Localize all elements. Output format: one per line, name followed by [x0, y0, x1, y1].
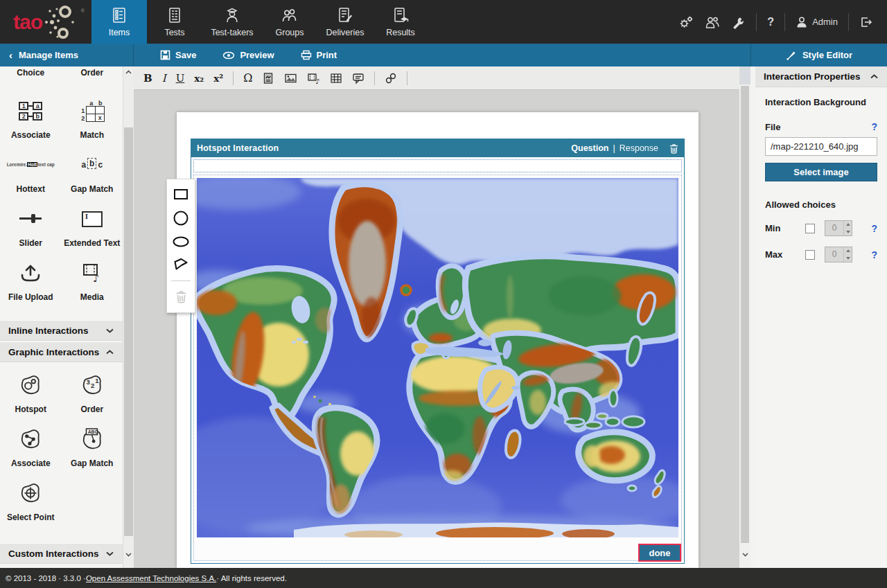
canvas-scrollbar[interactable]	[739, 66, 750, 568]
table-icon[interactable]	[330, 72, 342, 84]
properties-panel: Interaction Properties Interaction Backg…	[755, 66, 887, 568]
min-increment-icon[interactable]	[844, 221, 852, 229]
link-icon[interactable]	[385, 72, 397, 84]
sidebar-item-graphic-associate[interactable]: Associate	[11, 424, 51, 468]
max-decrement-icon[interactable]	[844, 255, 852, 262]
tab-items[interactable]: Items	[91, 0, 147, 44]
tab-deliveries-label: Deliveries	[326, 28, 365, 37]
footer-link[interactable]: Open Assessment Technologies S.A.	[86, 574, 216, 582]
sidebar-item-order[interactable]: Order	[80, 68, 103, 78]
max-increment-icon[interactable]	[844, 247, 852, 255]
preview-eye-icon	[222, 51, 235, 60]
section-custom-interactions[interactable]: Custom Interactions	[0, 543, 123, 564]
style-editor-brush-icon	[786, 50, 796, 60]
user-menu[interactable]: Admin	[796, 16, 838, 28]
min-decrement-icon[interactable]	[844, 229, 852, 236]
sidebar-item-media[interactable]: ♪ Media	[80, 258, 104, 302]
sidebar-item-extended-text[interactable]: I Extended Text	[64, 204, 120, 248]
sidebar-item-gap-match[interactable]: abc Gap Match	[71, 150, 113, 194]
min-choices-row: Min 0 ?	[765, 220, 877, 236]
sidebar-item-label: Gap Match	[71, 184, 113, 194]
media-icon: ♪	[81, 260, 103, 286]
shape-drawing-toolbar	[166, 179, 195, 313]
bold-button[interactable]: B	[143, 72, 152, 84]
done-button[interactable]: done	[638, 544, 681, 562]
draw-ellipse-button[interactable]	[169, 230, 193, 253]
sidebar-item-graphic-hotspot[interactable]: Hotspot	[15, 370, 46, 414]
max-help-icon[interactable]: ?	[871, 249, 877, 260]
glyph: 2	[19, 112, 28, 121]
sidebar-item-match[interactable]: ab 1 2x Match	[79, 96, 105, 140]
italic-button[interactable]: I	[162, 72, 166, 84]
slider-icon	[19, 206, 42, 232]
image-icon[interactable]	[284, 72, 297, 84]
settings-wrench-icon[interactable]	[731, 15, 746, 29]
scroll-down-icon[interactable]	[739, 553, 750, 557]
sidebar-item-file-upload[interactable]: File Upload	[8, 258, 53, 302]
special-character-button[interactable]: Ω	[243, 71, 252, 84]
background-file-input[interactable]	[765, 137, 877, 156]
prompt-area[interactable]	[193, 159, 682, 172]
groups-icon	[281, 6, 299, 24]
file-help-icon[interactable]: ?	[871, 121, 877, 132]
max-checkbox[interactable]	[805, 250, 815, 260]
hotspot-interaction-header: Hotspot Interaction Question | Response	[191, 139, 684, 157]
media-icon[interactable]: ♪	[307, 72, 320, 84]
draw-circle-button[interactable]	[169, 206, 193, 229]
style-editor-button[interactable]: Style Editor	[750, 44, 887, 66]
settings-gears-icon[interactable]	[678, 15, 694, 29]
min-help-icon[interactable]: ?	[871, 223, 877, 234]
save-button[interactable]: Save	[160, 50, 196, 60]
print-button[interactable]: Print	[301, 50, 337, 60]
test-takers-icon	[223, 6, 241, 24]
sidebar-item-choice[interactable]: Choice	[17, 68, 44, 78]
registered-mark: ®	[81, 8, 85, 13]
max-stepper: 0	[825, 247, 852, 262]
sidebar-item-slider[interactable]: Slider	[19, 204, 42, 248]
file-upload-icon	[19, 260, 42, 286]
section-graphic-interactions[interactable]: Graphic Interactions	[0, 341, 123, 362]
sidebar-item-label: Order	[80, 404, 103, 414]
topbar-utility-icons: ? Admin	[678, 0, 887, 44]
min-checkbox[interactable]	[805, 224, 815, 233]
tooltip-icon[interactable]	[352, 72, 365, 84]
tab-results[interactable]: Results	[373, 0, 428, 44]
underline-button[interactable]: U	[176, 72, 185, 84]
delete-shape-button[interactable]	[169, 285, 193, 308]
chevron-up-icon	[106, 350, 114, 355]
scroll-down-icon[interactable]	[123, 553, 134, 557]
shared-stimulus-icon[interactable]	[262, 72, 274, 84]
tab-response[interactable]: Response	[620, 143, 658, 153]
sidebar-item-hottext[interactable]: Loremi re.Hott text cap Hottext	[7, 150, 55, 194]
scroll-up-icon[interactable]	[123, 70, 134, 74]
sidebar-scrollbar-thumb[interactable]	[124, 127, 133, 536]
tab-tests[interactable]: Tests	[147, 0, 202, 44]
select-image-button[interactable]: Select image	[765, 163, 877, 181]
world-map-image[interactable]	[197, 178, 678, 537]
rich-text-toolbar: B I U x₂ x² Ω	[134, 66, 739, 90]
sidebar-item-associate[interactable]: 1a 2b Associate	[11, 96, 51, 140]
draw-rectangle-button[interactable]	[169, 183, 193, 206]
preview-button[interactable]: Preview	[222, 50, 274, 60]
superscript-button[interactable]: x²	[213, 73, 223, 84]
tao-logo[interactable]: tao ®	[0, 0, 91, 44]
tab-test-takers[interactable]: Test-takers	[202, 0, 262, 44]
interaction-properties-header[interactable]: Interaction Properties	[755, 66, 887, 87]
draw-polygon-button[interactable]	[169, 253, 193, 276]
delete-interaction-icon[interactable]	[669, 143, 678, 154]
section-inline-interactions[interactable]: Inline Interactions	[0, 320, 123, 341]
logout-icon[interactable]	[859, 15, 873, 29]
sidebar-item-graphic-order[interactable]: 3 2 1 Order	[80, 370, 104, 414]
canvas-scrollbar-thumb[interactable]	[741, 86, 749, 543]
tab-question[interactable]: Question	[571, 143, 608, 153]
subscript-button[interactable]: x₂	[194, 73, 204, 84]
tab-deliveries[interactable]: Deliveries	[317, 0, 373, 44]
help-icon[interactable]: ?	[767, 16, 774, 28]
manage-items-back-button[interactable]: ‹ Manage Items	[0, 44, 134, 66]
sidebar-scrollbar[interactable]	[123, 66, 134, 568]
tab-groups[interactable]: Groups	[262, 0, 317, 44]
sidebar-item-graphic-gap-match[interactable]: ABC Gap Match	[71, 424, 113, 468]
sidebar-item-select-point[interactable]: Select Point	[7, 478, 55, 522]
user-management-icon[interactable]	[704, 15, 721, 29]
sidebar-item-label: Associate	[11, 130, 51, 140]
